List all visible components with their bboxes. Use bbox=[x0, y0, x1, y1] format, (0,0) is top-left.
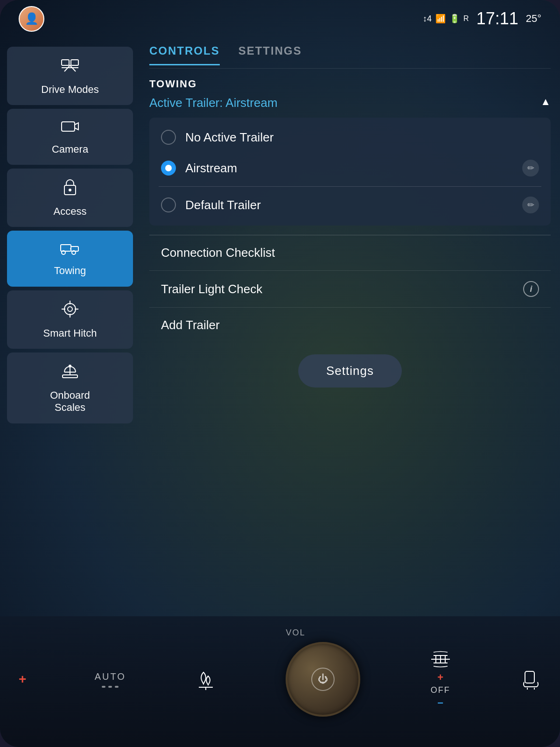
towing-icon bbox=[60, 240, 80, 260]
radio-airstream[interactable] bbox=[161, 161, 176, 176]
drive-modes-label: Drive Modes bbox=[41, 84, 98, 96]
status-icons: ↕4 📶 🔋 R bbox=[423, 14, 469, 24]
dot-2 bbox=[108, 686, 112, 688]
sidebar-item-drive-modes[interactable]: Drive Modes bbox=[7, 47, 133, 105]
towing-label: Towing bbox=[54, 265, 86, 277]
tab-settings[interactable]: SETTINGS bbox=[238, 44, 302, 61]
smart-hitch-icon bbox=[61, 300, 79, 323]
svg-rect-27 bbox=[525, 671, 534, 683]
section-label-towing: TOWING bbox=[149, 78, 551, 90]
svg-rect-0 bbox=[62, 60, 69, 65]
right-controls: + OFF − bbox=[429, 650, 452, 709]
onboard-scales-label: OnboardScales bbox=[50, 389, 90, 414]
red-plus-icon[interactable]: + bbox=[19, 672, 26, 687]
seat-heat-icon[interactable] bbox=[194, 668, 217, 691]
off-controls: + OFF − bbox=[431, 671, 450, 709]
seat-section-right bbox=[520, 669, 541, 690]
auto-dots bbox=[102, 686, 119, 688]
trailer-dropdown: No Active Trailer Airstream ✏ Default Tr… bbox=[149, 118, 551, 226]
tab-bar: CONTROLS SETTINGS bbox=[149, 37, 551, 69]
dot-3 bbox=[115, 686, 119, 688]
vol-label: VOL bbox=[286, 628, 305, 638]
tab-controls[interactable]: CONTROLS bbox=[149, 44, 220, 61]
camera-label: Camera bbox=[52, 143, 88, 155]
active-trailer-label: Active Trailer: bbox=[149, 96, 223, 110]
svg-point-11 bbox=[64, 303, 76, 315]
status-right: ↕4 📶 🔋 R 17:11 25° bbox=[423, 9, 541, 28]
trailer-airstream-label: Airstream bbox=[185, 161, 513, 176]
battery-icon: 🔋 bbox=[449, 14, 460, 24]
edit-default-button[interactable]: ✏ bbox=[522, 197, 539, 213]
divider-1 bbox=[159, 186, 541, 187]
auto-section: AUTO bbox=[95, 671, 126, 688]
time-display: 17:11 bbox=[476, 9, 518, 28]
seat-heat-section bbox=[194, 668, 217, 691]
trailer-option-none[interactable]: No Active Trailer bbox=[149, 122, 551, 152]
dot-1 bbox=[102, 686, 105, 688]
trailer-light-check-label: Trailer Light Check bbox=[161, 282, 262, 296]
signal-icon: ↕4 bbox=[423, 14, 432, 24]
sidebar: Drive Modes Camera bbox=[0, 37, 140, 616]
active-trailer-name: Airstream bbox=[225, 96, 277, 110]
plus-icon-right[interactable]: + bbox=[437, 671, 443, 684]
svg-rect-1 bbox=[71, 60, 78, 65]
status-bar: 👤 ↕4 📶 🔋 R 17:11 25° bbox=[0, 0, 560, 37]
svg-point-5 bbox=[69, 189, 71, 191]
sidebar-item-camera[interactable]: Camera bbox=[7, 109, 133, 165]
trailer-option-default[interactable]: Default Trailer ✏ bbox=[149, 189, 551, 221]
trailer-none-label: No Active Trailer bbox=[185, 130, 539, 145]
access-icon bbox=[62, 178, 78, 201]
temperature-display: 25° bbox=[526, 13, 541, 25]
smart-hitch-label: Smart Hitch bbox=[43, 327, 97, 339]
onboard-scales-icon bbox=[61, 362, 79, 385]
settings-button[interactable]: Settings bbox=[298, 354, 402, 388]
minus-icon-right[interactable]: − bbox=[437, 697, 443, 709]
wifi-icon: 📶 bbox=[435, 14, 446, 24]
screen-bezel: 👤 ↕4 📶 🔋 R 17:11 25° bbox=[0, 0, 560, 747]
sidebar-item-towing[interactable]: Towing bbox=[7, 231, 133, 287]
svg-point-21 bbox=[69, 365, 71, 367]
volume-knob[interactable]: ⏻ bbox=[286, 642, 360, 717]
info-icon[interactable]: i bbox=[523, 281, 539, 297]
vol-section: VOL ⏻ bbox=[286, 642, 360, 717]
camera-icon bbox=[61, 118, 79, 139]
menu-add-trailer[interactable]: Add Trailer bbox=[149, 308, 551, 343]
svg-rect-6 bbox=[61, 245, 71, 251]
status-left: 👤 bbox=[19, 6, 44, 32]
radio-none[interactable] bbox=[161, 130, 176, 145]
power-button[interactable]: ⏻ bbox=[311, 668, 335, 691]
defrost-icon[interactable] bbox=[429, 650, 452, 669]
right-panel: CONTROLS SETTINGS TOWING Active Trailer:… bbox=[140, 37, 560, 616]
avatar[interactable]: 👤 bbox=[19, 6, 44, 32]
svg-rect-17 bbox=[63, 375, 77, 378]
bottom-controls: + AUTO VOL ⏻ bbox=[0, 616, 560, 747]
menu-trailer-light-check[interactable]: Trailer Light Check i bbox=[149, 271, 551, 308]
add-trailer-label: Add Trailer bbox=[161, 318, 220, 332]
auto-label: AUTO bbox=[95, 671, 126, 682]
sidebar-item-smart-hitch[interactable]: Smart Hitch bbox=[7, 290, 133, 349]
svg-rect-3 bbox=[62, 122, 75, 131]
active-trailer-display[interactable]: Active Trailer: Airstream ▲ bbox=[149, 96, 551, 110]
sidebar-item-access[interactable]: Access bbox=[7, 169, 133, 227]
menu-connection-checklist[interactable]: Connection Checklist bbox=[149, 235, 551, 271]
drive-modes-icon bbox=[61, 56, 79, 79]
radio-default[interactable] bbox=[161, 197, 176, 212]
main-content: Drive Modes Camera bbox=[0, 37, 560, 616]
bottom-left: + bbox=[19, 672, 26, 687]
chevron-up-icon[interactable]: ▲ bbox=[540, 96, 551, 108]
trailer-option-airstream[interactable]: Airstream ✏ bbox=[149, 152, 551, 184]
battery-label: R bbox=[463, 14, 469, 23]
trailer-default-label: Default Trailer bbox=[185, 198, 513, 212]
access-label: Access bbox=[54, 205, 87, 218]
seat-icon[interactable] bbox=[520, 669, 541, 690]
edit-airstream-button[interactable]: ✏ bbox=[522, 160, 539, 176]
off-label: OFF bbox=[431, 685, 450, 695]
sidebar-item-onboard-scales[interactable]: OnboardScales bbox=[7, 352, 133, 423]
connection-checklist-label: Connection Checklist bbox=[161, 246, 275, 260]
svg-point-12 bbox=[68, 307, 72, 311]
